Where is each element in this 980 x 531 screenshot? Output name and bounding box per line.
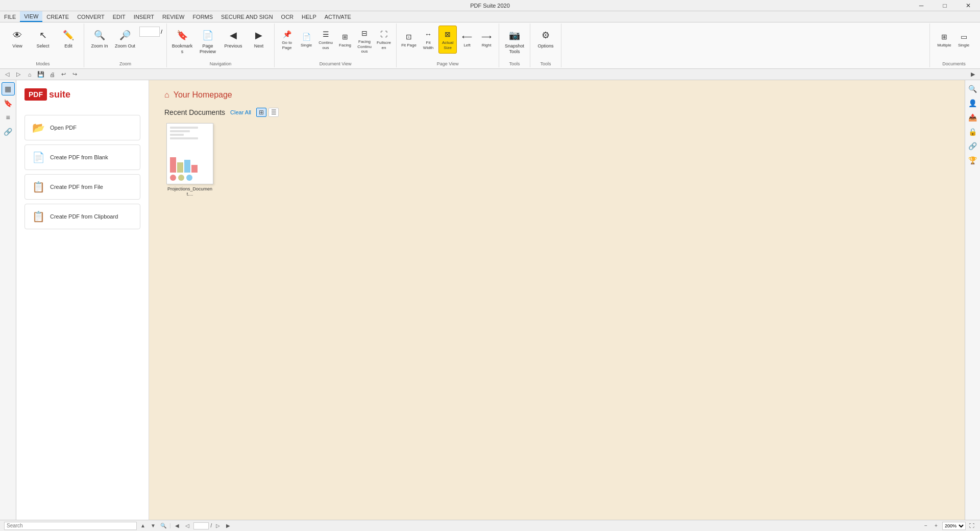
status-search-input[interactable] xyxy=(4,522,137,530)
status-search-icon[interactable]: 🔍 xyxy=(159,522,167,530)
right-label: Right xyxy=(482,43,492,48)
doc-card-projections[interactable]: Projections_Document.... xyxy=(164,123,215,197)
ribbon-btn-zoom-in[interactable]: 🔍 Zoom In xyxy=(87,26,112,56)
ribbon-navigation-items: 🔖 Bookmarks 📄 Page Preview ◀ Previous ▶ … xyxy=(169,23,272,60)
clear-all-link[interactable]: Clear All xyxy=(230,109,251,115)
status-page-input[interactable] xyxy=(193,522,209,529)
ribbon-modes-items: 👁 View ↖ Select ✏️ Edit xyxy=(4,23,82,60)
status-nav-next[interactable]: ▶ xyxy=(224,522,232,530)
status-nav-back[interactable]: ◁ xyxy=(183,522,191,530)
status-zoom-out-btn[interactable]: − xyxy=(922,522,930,530)
open-pdf-button[interactable]: 📂 Open PDF xyxy=(24,115,140,140)
list-view-btn[interactable]: ☰ xyxy=(268,108,279,117)
ribbon-btn-fullscreen[interactable]: ⛶ Fullscreen xyxy=(375,26,393,54)
ribbon-btn-facing[interactable]: ⊞ Facing xyxy=(336,26,354,54)
menu-convert[interactable]: CONVERT xyxy=(73,11,109,22)
ribbon-btn-edit[interactable]: ✏️ Edit xyxy=(56,26,81,56)
create-clipboard-button[interactable]: 📋 Create PDF from Clipboard xyxy=(24,204,140,229)
ribbon-btn-zoom-out[interactable]: 🔎 Zoom Out xyxy=(113,26,137,56)
status-nav-prev[interactable]: ◀ xyxy=(173,522,181,530)
create-file-button[interactable]: 📋 Create PDF from File xyxy=(24,174,140,200)
right-sidebar-btn-contacts[interactable]: 👤 xyxy=(966,96,979,110)
ribbon-btn-view[interactable]: 👁 View xyxy=(5,26,30,56)
menu-edit[interactable]: EDIT xyxy=(109,11,130,22)
ribbon-btn-actual-size[interactable]: ⊠ Actual Size xyxy=(438,26,457,54)
ribbon-btn-next[interactable]: ▶ Next xyxy=(247,26,271,56)
grid-view-btn[interactable]: ⊞ xyxy=(256,108,266,117)
ribbon-btn-fit-width[interactable]: ↔ Fit Width xyxy=(419,26,437,54)
single-icon: 📄 xyxy=(301,31,312,42)
ribbon-btn-goto[interactable]: 📌 Go to Page xyxy=(278,26,296,54)
menu-view[interactable]: VIEW xyxy=(20,11,42,22)
menu-create[interactable]: CREATE xyxy=(42,11,73,22)
ribbon-btn-bookmarks[interactable]: 🔖 Bookmarks xyxy=(170,26,194,57)
ribbon-btn-single[interactable]: 📄 Single xyxy=(297,26,315,54)
toolbar-forward[interactable]: ▷ xyxy=(13,70,23,79)
left-sidebar: ▦ 🔖 ≡ 🔗 xyxy=(0,80,16,520)
ribbon-btn-multiple[interactable]: ⊞ Multiple xyxy=(935,26,953,54)
maximize-button[interactable]: □ xyxy=(933,0,957,11)
right-icon: ⟶ xyxy=(481,31,492,42)
create-clipboard-icon: 📋 xyxy=(32,210,45,223)
ribbon-pageview-label: Page View xyxy=(437,60,459,67)
menu-review[interactable]: REVIEW xyxy=(158,11,188,22)
ribbon-btn-fit-page[interactable]: ⊡ Fit Page xyxy=(400,26,418,54)
menu-file[interactable]: FILE xyxy=(0,11,20,22)
ribbon-btn-page-preview[interactable]: 📄 Page Preview xyxy=(195,26,220,57)
status-search-up[interactable]: ▲ xyxy=(139,522,147,530)
sidebar-btn-links[interactable]: 🔗 xyxy=(2,125,15,138)
menu-help[interactable]: HELP xyxy=(298,11,321,22)
ribbon-btn-right[interactable]: ⟶ Right xyxy=(477,26,496,54)
ribbon-group-navigation: 🔖 Bookmarks 📄 Page Preview ◀ Previous ▶ … xyxy=(167,23,275,67)
ribbon-btn-left[interactable]: ⟵ Left xyxy=(458,26,476,54)
fit-page-icon: ⊡ xyxy=(403,31,414,42)
single-doc-label: Single xyxy=(958,43,969,48)
zoom-input[interactable] xyxy=(139,27,160,37)
multiple-icon: ⊞ xyxy=(939,31,950,42)
right-sidebar-btn-link[interactable]: 🔗 xyxy=(966,139,979,153)
ribbon-btn-previous[interactable]: ◀ Previous xyxy=(221,26,246,56)
create-blank-button[interactable]: 📄 Create PDF from Blank xyxy=(24,144,140,170)
ribbon-btn-single-doc[interactable]: ▭ Single xyxy=(954,26,973,54)
ribbon-btn-continuous[interactable]: ☰ Continuous xyxy=(316,26,335,54)
close-button[interactable]: ✕ xyxy=(957,0,980,11)
status-nav-fwd[interactable]: ▷ xyxy=(214,522,222,530)
menu-insert[interactable]: INSERT xyxy=(130,11,158,22)
sidebar-btn-layers[interactable]: ≡ xyxy=(2,111,15,124)
ribbon-btn-select[interactable]: ↖ Select xyxy=(31,26,55,56)
toolbar-print[interactable]: 🖨 xyxy=(47,70,57,79)
ribbon-btn-facing-continuous[interactable]: ⊟ Facing Continuous xyxy=(355,26,374,56)
toolbar-redo[interactable]: ↪ xyxy=(69,70,80,79)
continuous-label: Continuous xyxy=(318,40,333,50)
menu-activate[interactable]: ACTIVATE xyxy=(321,11,355,22)
create-blank-icon: 📄 xyxy=(32,151,45,163)
ribbon-btn-snapshot[interactable]: 📷 Snapshot Tools xyxy=(502,26,527,57)
sidebar-btn-bookmarks[interactable]: 🔖 xyxy=(2,96,15,110)
right-sidebar: 🔍 👤 📤 🔒 🔗 🏆 xyxy=(965,80,980,520)
toolbar-back[interactable]: ◁ xyxy=(2,70,12,79)
status-zoom-in-btn[interactable]: + xyxy=(932,522,940,530)
ribbon-btn-options[interactable]: ⚙ Options xyxy=(533,26,558,56)
ribbon-rotate-items: 📷 Snapshot Tools xyxy=(501,23,528,60)
minimize-button[interactable]: ─ xyxy=(910,0,933,11)
menu-secure[interactable]: SECURE AND SIGN xyxy=(217,11,277,22)
menu-ocr[interactable]: OCR xyxy=(277,11,298,22)
right-sidebar-btn-share[interactable]: 📤 xyxy=(966,111,979,124)
right-sidebar-btn-cert[interactable]: 🏆 xyxy=(966,154,979,167)
actual-size-icon: ⊠ xyxy=(442,29,453,40)
status-zoom-select[interactable]: 50% 75% 100% 125% 150% 200% 300% 400% xyxy=(942,522,966,530)
right-sidebar-btn-search[interactable]: 🔍 xyxy=(966,82,979,95)
toolbar-save[interactable]: 💾 xyxy=(36,70,46,79)
thumb-bar-4 xyxy=(170,137,198,139)
status-fullscreen-btn[interactable]: ⛶ xyxy=(968,522,976,530)
menu-forms[interactable]: FORMS xyxy=(188,11,217,22)
options-icon: ⚙ xyxy=(538,28,553,42)
create-blank-label: Create PDF from Blank xyxy=(50,154,108,160)
toolbar-home[interactable]: ⌂ xyxy=(24,70,35,79)
create-file-label: Create PDF from File xyxy=(50,184,103,190)
toolbar-collapse-right[interactable]: ▶ xyxy=(968,70,978,79)
toolbar-undo[interactable]: ↩ xyxy=(58,70,68,79)
right-sidebar-btn-seal[interactable]: 🔒 xyxy=(966,125,979,138)
status-search-down[interactable]: ▼ xyxy=(149,522,157,530)
sidebar-btn-thumbnails[interactable]: ▦ xyxy=(2,82,15,95)
